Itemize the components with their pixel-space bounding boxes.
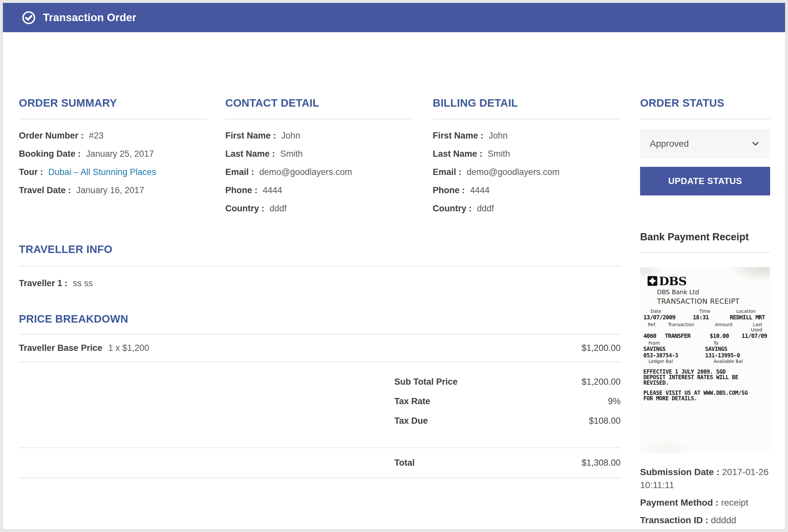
- tax-rate-label: Tax Rate: [394, 396, 430, 407]
- field-label: Email :: [225, 167, 254, 177]
- content: ORDER SUMMARY Order Number : #23 Booking…: [3, 32, 785, 527]
- field-value: demo@goodlayers.com: [467, 167, 560, 177]
- bank-payment-receipt-heading: Bank Payment Receipt: [640, 231, 770, 243]
- order-status-section: ORDER STATUS Approved UPDATE STATUS: [640, 97, 770, 195]
- field-value: dddf: [477, 203, 494, 214]
- chevron-down-icon: [751, 139, 761, 149]
- price-breakdown-section: PRICE BREAKDOWN Traveller Base Price 1 x…: [19, 313, 620, 478]
- total-label: Total: [394, 458, 415, 468]
- order-status-heading: ORDER STATUS: [640, 97, 770, 110]
- phone-row: Phone : 4444: [225, 181, 414, 199]
- order-summary-heading: ORDER SUMMARY: [19, 97, 208, 110]
- receipt-fromto-labels: From To: [643, 340, 767, 346]
- check-circle-icon: [22, 11, 36, 25]
- field-label: Country :: [225, 203, 264, 214]
- traveller-info-section: TRAVELLER INFO Traveller 1 : ss ss: [19, 243, 620, 292]
- field-value: 4444: [470, 185, 490, 195]
- divider: [19, 266, 620, 266]
- field-value: dddf: [270, 203, 287, 214]
- contact-detail-heading: CONTACT DETAIL: [225, 97, 414, 110]
- field-label: Payment Method :: [640, 497, 718, 508]
- receipt-row2-labels: Ref. Transaction Amount Last Used: [643, 322, 767, 332]
- tour-row: Tour : Dubai – All Stunning Places: [19, 163, 208, 181]
- receipt-account-types: SAVINGS SAVINGS: [643, 346, 767, 352]
- field-label: Country :: [433, 203, 472, 214]
- receipt-row1-labels: Date Time Location: [643, 309, 767, 314]
- update-status-button[interactable]: UPDATE STATUS: [640, 167, 770, 195]
- line-item-label: Traveller Base Price: [19, 343, 102, 353]
- field-value: 4444: [263, 185, 282, 195]
- field-label: Phone :: [225, 185, 257, 195]
- receipt-account-numbers: 053-38754-3 131-13995-0: [643, 352, 767, 359]
- field-label: First Name :: [225, 131, 276, 141]
- divider: [640, 252, 770, 253]
- tax-rate-row: Tax Rate 9%: [19, 392, 620, 411]
- field-label: Transaction ID :: [640, 515, 708, 525]
- payment-method-row: Payment Method : receipt: [640, 496, 770, 509]
- dbs-logo-icon: [647, 276, 658, 286]
- receipt-bank-name: DBS Bank Ltd: [657, 289, 767, 296]
- subtotal-label: Sub Total Price: [394, 377, 458, 387]
- field-label: Submission Date :: [640, 467, 720, 477]
- order-number-row: Order Number : #23: [19, 126, 208, 145]
- page-title: Transaction Order: [43, 12, 137, 24]
- field-label: Last Name :: [225, 149, 275, 159]
- order-status-select[interactable]: Approved: [640, 129, 770, 158]
- field-value: Smith: [488, 149, 510, 159]
- total-row: Total $1,308.00: [19, 448, 620, 478]
- divider: [640, 119, 770, 119]
- field-label: First Name :: [433, 131, 484, 141]
- field-value: John: [489, 131, 508, 141]
- field-value: ddddd: [711, 515, 736, 525]
- detail-columns: ORDER SUMMARY Order Number : #23 Booking…: [19, 97, 620, 227]
- subtotal-amount: $1,200.00: [458, 377, 620, 387]
- tax-due-amount: $108.00: [428, 416, 620, 426]
- billing-detail-heading: BILLING DETAIL: [433, 97, 620, 110]
- subtotal-row: Sub Total Price $1,200.00: [19, 372, 620, 392]
- dbs-logo-text: DBS: [659, 274, 687, 288]
- tax-due-label: Tax Due: [394, 416, 428, 426]
- tax-rate-amount: 9%: [430, 396, 620, 407]
- field-value: #23: [89, 131, 104, 141]
- booking-date-row: Booking Date : January 25, 2017: [19, 145, 208, 163]
- last-name-row: Last Name : Smith: [433, 145, 620, 163]
- field-value: January 25, 2017: [86, 149, 154, 159]
- receipt-row2-values: 4060 TRANSFER $10.00 11/07/09: [643, 332, 767, 339]
- field-label: Tour :: [19, 167, 43, 177]
- line-item-row: Traveller Base Price 1 x $1,200 $1,200.0…: [19, 335, 620, 361]
- last-name-row: Last Name : Smith: [225, 145, 414, 163]
- field-label: Email :: [433, 167, 461, 177]
- tax-due-row: Tax Due $108.00: [19, 411, 620, 431]
- field-label: Traveller 1 :: [19, 278, 67, 289]
- field-label: Travel Date :: [19, 185, 71, 195]
- order-summary-section: ORDER SUMMARY Order Number : #23 Booking…: [19, 97, 208, 227]
- receipt-title: TRANSACTION RECEIPT: [657, 298, 767, 306]
- first-name-row: First Name : John: [225, 126, 414, 145]
- phone-row: Phone : 4444: [433, 181, 620, 199]
- transaction-id-row: Transaction ID : ddddd: [640, 514, 770, 527]
- divider: [225, 119, 414, 119]
- tour-link[interactable]: Dubai – All Stunning Places: [48, 167, 156, 177]
- transaction-order-panel: Transaction Order ORDER SUMMARY Order Nu…: [3, 3, 785, 529]
- field-value: receipt: [721, 497, 748, 508]
- field-value: January 16, 2017: [76, 185, 144, 195]
- dbs-logo: DBS: [647, 274, 767, 288]
- page-header: Transaction Order: [3, 3, 785, 32]
- receipt-row1-values: 13/07/2009 18:31 REDHILL MRT: [643, 314, 767, 321]
- field-label: Phone :: [433, 185, 465, 195]
- field-label: Last Name :: [433, 149, 482, 159]
- country-row: Country : dddf: [225, 199, 414, 218]
- receipt-notice-2: PLEASE VISIT US AT WWW.DBS.COM/SG FOR MO…: [643, 390, 751, 401]
- receipt-balance-labels: Ledger Bal Available Bal: [643, 359, 767, 364]
- price-breakdown-heading: PRICE BREAKDOWN: [19, 313, 620, 326]
- line-item-detail: 1 x $1,200: [108, 343, 149, 353]
- sidebar-column: ORDER STATUS Approved UPDATE STATUS Bank…: [640, 32, 770, 527]
- email-row: Email : demo@goodlayers.com: [433, 163, 620, 181]
- receipt-notice-1: EFFECTIVE 1 JULY 2009. SGD DEPOSIT INTER…: [643, 369, 751, 386]
- traveller-info-heading: TRAVELLER INFO: [19, 243, 620, 256]
- order-status-selected-value: Approved: [650, 139, 751, 149]
- field-label: Booking Date :: [19, 149, 81, 159]
- first-name-row: First Name : John: [433, 126, 620, 145]
- bank-payment-receipt-section: Bank Payment Receipt DBS DBS Bank Ltd TR…: [640, 231, 770, 527]
- field-value: ss ss: [73, 278, 93, 289]
